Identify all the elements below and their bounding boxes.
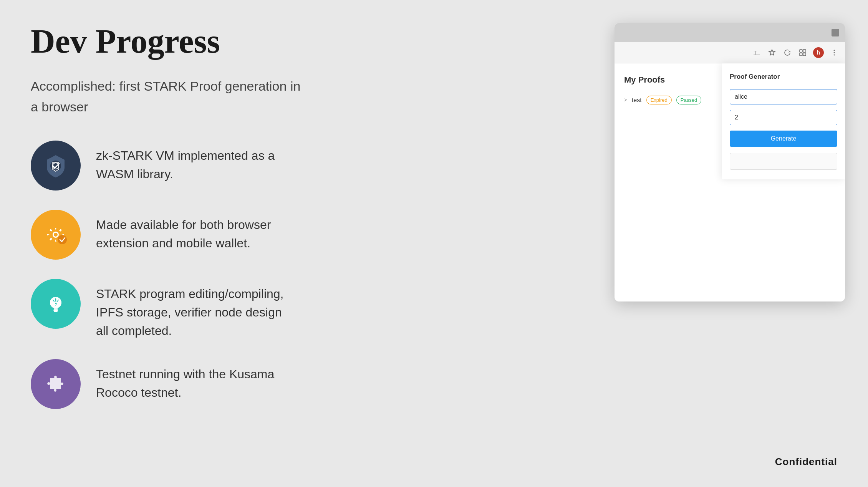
proof-value-input[interactable] [730, 110, 837, 125]
translate-icon[interactable]: T [752, 48, 762, 58]
svg-point-0 [50, 161, 61, 171]
popup-title: Proof Generator [730, 73, 837, 81]
svg-rect-6 [53, 310, 58, 311]
browser-content: My Proofs > test Expired Passed Proof Ge… [615, 63, 845, 301]
left-content: Dev Progress Accomplished: first STARK P… [31, 23, 307, 409]
more-menu-icon[interactable] [829, 48, 839, 58]
generate-button[interactable]: Generate [730, 131, 837, 147]
feature-text-program: STARK program editing/compiling, IPFS st… [96, 279, 296, 340]
feature-item-program: STARK program editing/compiling, IPFS st… [31, 279, 307, 340]
svg-point-4 [58, 235, 67, 244]
star-icon[interactable] [767, 48, 777, 58]
proof-expand-arrow[interactable]: > [624, 97, 627, 103]
svg-rect-7 [54, 311, 58, 312]
svg-rect-13 [800, 50, 802, 52]
browser-window: T h [615, 23, 845, 301]
feature-item-browser: Made available for both browser extensio… [31, 210, 307, 260]
svg-point-19 [834, 55, 835, 56]
feature-item-testnet: Testnet running with the Kusama Rococo t… [31, 359, 307, 409]
icon-gear [31, 210, 81, 260]
feature-list: zk-STARK VM implemented as a WASM librar… [31, 141, 307, 409]
svg-rect-15 [800, 53, 802, 56]
proof-name-input[interactable] [730, 89, 837, 104]
page-title: Dev Progress [31, 23, 307, 60]
svg-rect-14 [803, 50, 806, 52]
feature-text-wasm: zk-STARK VM implemented as a WASM librar… [96, 141, 296, 183]
badge-expired: Expired [646, 96, 672, 104]
proof-name: test [632, 97, 642, 104]
extensions-icon[interactable] [798, 48, 808, 58]
icon-shield [31, 141, 81, 190]
browser-toolbar: T h [615, 42, 845, 63]
feature-item-wasm: zk-STARK VM implemented as a WASM librar… [31, 141, 307, 190]
popup-result-area [730, 153, 837, 170]
browser-titlebar [615, 23, 845, 42]
refresh-icon[interactable] [782, 48, 792, 58]
popup-panel: Proof Generator Generate [722, 63, 845, 179]
browser-close-button[interactable] [832, 29, 839, 36]
user-avatar[interactable]: h [813, 47, 824, 58]
accomplished-text: Accomplished: first STARK Proof generati… [31, 76, 307, 118]
icon-puzzle [31, 359, 81, 409]
svg-point-17 [834, 50, 835, 51]
svg-point-3 [54, 233, 58, 237]
feature-text-browser: Made available for both browser extensio… [96, 210, 296, 252]
feature-text-testnet: Testnet running with the Kusama Rococo t… [96, 359, 296, 402]
svg-point-18 [834, 52, 835, 53]
badge-passed: Passed [676, 96, 701, 104]
icon-bulb [31, 279, 81, 329]
svg-rect-16 [803, 53, 806, 56]
confidential-label: Confidential [775, 456, 837, 468]
